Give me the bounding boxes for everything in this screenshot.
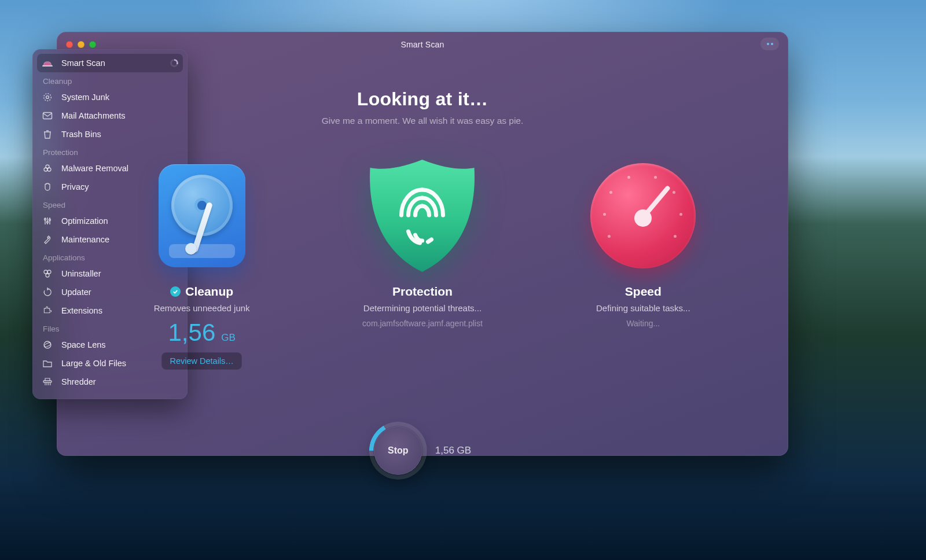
gear-icon bbox=[42, 92, 53, 102]
wrench-icon bbox=[42, 234, 53, 245]
settings-button[interactable] bbox=[760, 38, 779, 50]
scan-progress-area: Stop 1,56 GB bbox=[374, 426, 471, 475]
page-subheading: Give me a moment. We all wish it was eas… bbox=[57, 116, 788, 126]
speed-subtitle: Defining suitable tasks... bbox=[596, 303, 690, 313]
window-title: Smart Scan bbox=[57, 40, 788, 49]
svg-point-5 bbox=[44, 168, 47, 171]
uninstaller-icon bbox=[42, 268, 53, 279]
sliders-icon bbox=[42, 216, 53, 226]
disk-icon bbox=[159, 155, 245, 277]
speed-title: Speed bbox=[625, 285, 662, 299]
folder-icon bbox=[42, 359, 53, 368]
protection-title: Protection bbox=[392, 285, 453, 299]
page-heading: Looking at it… bbox=[57, 89, 788, 110]
cleanup-size: 1,56 GB bbox=[168, 319, 236, 347]
cleanup-card: Cleanup Removes unneeded junk 1,56 GB Re… bbox=[106, 155, 297, 370]
svg-point-15 bbox=[46, 274, 49, 277]
svg-rect-0 bbox=[42, 65, 53, 67]
trash-icon bbox=[42, 129, 53, 139]
puzzle-icon bbox=[42, 305, 53, 316]
progress-ring-icon bbox=[369, 422, 427, 480]
protection-subtitle: Determining potential threats... bbox=[363, 303, 482, 313]
speed-card: Speed Defining suitable tasks... Waiting… bbox=[547, 155, 738, 370]
smart-scan-icon bbox=[42, 59, 53, 67]
svg-point-14 bbox=[47, 270, 51, 274]
shredder-icon bbox=[42, 377, 53, 387]
cleanup-subtitle: Removes unneeded junk bbox=[154, 303, 250, 313]
svg-point-2 bbox=[46, 96, 49, 99]
updater-icon bbox=[42, 287, 53, 297]
hand-icon bbox=[42, 182, 53, 192]
svg-point-1 bbox=[44, 94, 52, 101]
lens-icon bbox=[42, 340, 53, 350]
svg-rect-18 bbox=[43, 381, 52, 382]
protection-card: Protection Determining potential threats… bbox=[327, 155, 518, 370]
svg-point-12 bbox=[49, 219, 51, 221]
mail-icon bbox=[42, 112, 53, 120]
size-unit: GB bbox=[221, 332, 236, 344]
checkmark-badge-icon bbox=[170, 286, 181, 297]
protection-detail: com.jamfsoftware.jamf.agent.plist bbox=[362, 319, 483, 328]
svg-point-13 bbox=[44, 270, 47, 274]
svg-point-11 bbox=[47, 222, 49, 223]
svg-point-10 bbox=[45, 219, 46, 220]
main-content: Looking at it… Give me a moment. We all … bbox=[57, 57, 788, 456]
stop-button[interactable]: Stop bbox=[374, 426, 422, 475]
app-window: Smart Scan Smart Scan Cleanup System Jun… bbox=[57, 32, 788, 456]
review-details-button[interactable]: Review Details… bbox=[161, 352, 241, 370]
svg-rect-3 bbox=[43, 113, 52, 119]
speedometer-icon bbox=[590, 155, 696, 277]
biohazard-icon bbox=[42, 163, 53, 174]
cleanup-title-text: Cleanup bbox=[185, 285, 233, 299]
speed-detail: Waiting... bbox=[626, 319, 660, 328]
cleanup-title: Cleanup bbox=[170, 285, 233, 299]
size-value: 1,56 bbox=[168, 319, 216, 347]
scan-cards: Cleanup Removes unneeded junk 1,56 GB Re… bbox=[91, 155, 754, 370]
svg-point-6 bbox=[47, 168, 51, 171]
shield-icon bbox=[363, 155, 482, 277]
scan-size-label: 1,56 GB bbox=[435, 445, 471, 456]
